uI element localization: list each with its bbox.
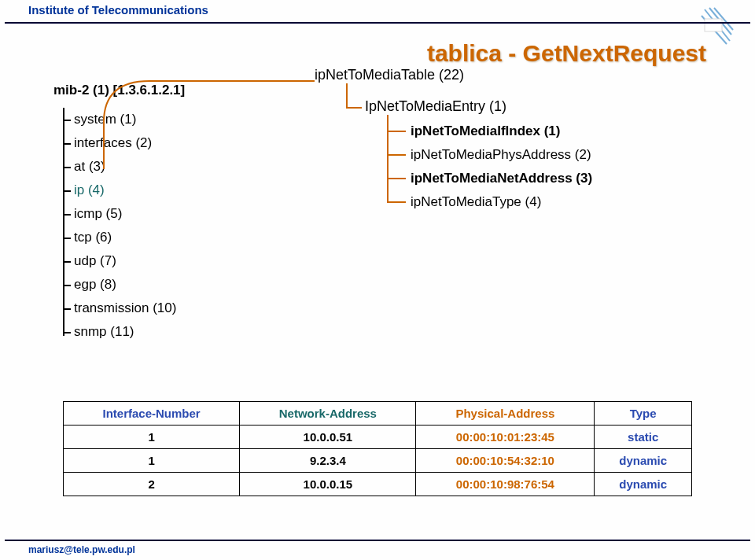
mib-item-egp: egp (8) <box>74 273 708 297</box>
table-row: 1 9.2.3.4 00:00:10:54:32:10 dynamic <box>64 449 692 473</box>
data-table: Interface-Number Network-Address Physica… <box>63 401 692 496</box>
footer-email: mariusz@tele.pw.edu.pl <box>28 544 135 555</box>
th-type: Type <box>595 402 692 426</box>
table-row: 1 10.0.0.51 00:00:10:01:23:45 static <box>64 426 692 449</box>
cell: dynamic <box>595 473 692 496</box>
cell: 2 <box>64 473 240 496</box>
cell: 00:00:10:98:76:54 <box>416 473 595 496</box>
mib-item-snmp: snmp (11) <box>74 320 708 344</box>
th-interface-number: Interface-Number <box>64 402 240 426</box>
entry-tree: IpNetToMediaEntry (1) ipNetToMediaIfInde… <box>346 98 592 214</box>
cell: 10.0.0.51 <box>240 426 416 449</box>
cell: 9.2.3.4 <box>240 449 416 473</box>
footer-bar: mariusz@tele.pw.edu.pl <box>5 540 750 560</box>
cell: 1 <box>64 449 240 473</box>
mib-item-udp: udp (7) <box>74 249 708 273</box>
connector-ip-to-table <box>102 75 322 185</box>
sub-ifindex: ipNetToMediaIfIndex (1) <box>411 120 592 143</box>
sub-netaddress: ipNetToMediaNetAddress (3) <box>411 167 592 190</box>
sub-vline <box>387 115 389 201</box>
right-diagram: ipNetToMediaTable (22) IpNetToMediaEntry… <box>315 67 592 214</box>
cell: 1 <box>64 426 240 449</box>
th-physical-address: Physical-Address <box>416 402 595 426</box>
sub-type: ipNetToMediaType (4) <box>411 190 592 214</box>
title-area: tablica - GetNextRequest <box>0 17 755 67</box>
logo-icon <box>697 3 736 47</box>
sub-tree: ipNetToMediaIfIndex (1) ipNetToMediaPhys… <box>387 120 592 214</box>
table-row: 2 10.0.0.15 00:00:10:98:76:54 dynamic <box>64 473 692 496</box>
entry-hline <box>346 107 362 109</box>
header-bar: Institute of Telecommunications <box>0 0 755 17</box>
tree-vertical-line <box>63 108 64 336</box>
svg-rect-0 <box>705 19 722 31</box>
cell: 10.0.0.15 <box>240 473 416 496</box>
mib-item-tcp: tcp (6) <box>74 226 708 249</box>
sub-physaddress: ipNetToMediaPhysAddress (2) <box>411 143 592 167</box>
ipnettomediaentry-label: IpNetToMediaEntry (1) <box>365 98 592 115</box>
cell: 00:00:10:54:32:10 <box>416 449 595 473</box>
cell: dynamic <box>595 449 692 473</box>
mib-item-transmission: transmission (10) <box>74 297 708 320</box>
cell: 00:00:10:01:23:45 <box>416 426 595 449</box>
cell: static <box>595 426 692 449</box>
org-name: Institute of Telecommunications <box>5 3 208 17</box>
th-network-address: Network-Address <box>240 402 416 426</box>
table-header-row: Interface-Number Network-Address Physica… <box>64 402 692 426</box>
page-title: tablica - GetNextRequest <box>0 40 706 67</box>
header-rule <box>5 22 750 24</box>
ipnettomediatable-label: ipNetToMediaTable (22) <box>315 67 592 83</box>
entry-vline <box>346 83 348 107</box>
